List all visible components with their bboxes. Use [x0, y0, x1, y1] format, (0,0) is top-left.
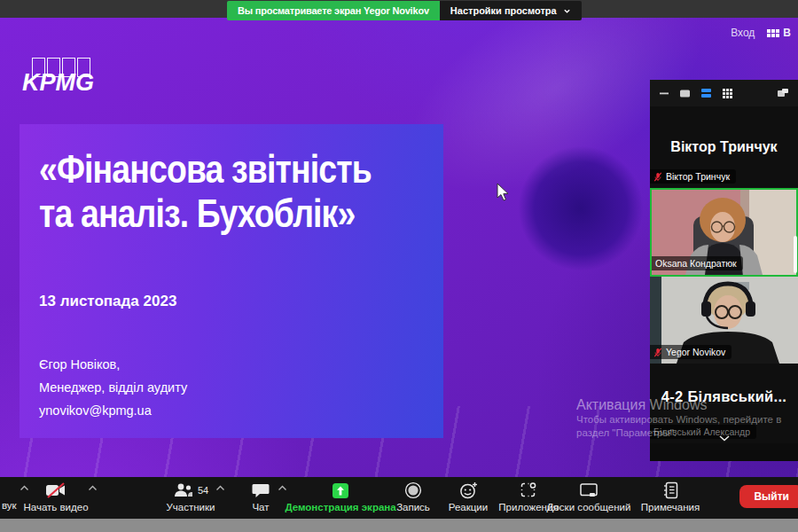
- slide-title-line2: та аналіз. Бухоблік»: [39, 192, 368, 236]
- participant-name-label: Oksana Кондратюк: [652, 256, 743, 270]
- presenter-block: Єгор Новіков, Менеджер, відділ аудиту yn…: [39, 353, 426, 422]
- mic-muted-icon: [653, 348, 662, 357]
- notes-icon: [663, 481, 678, 499]
- gallery-view-icon[interactable]: [722, 88, 733, 99]
- minimize-panel-icon[interactable]: [659, 88, 669, 98]
- presenter-name: Єгор Новіков,: [39, 353, 426, 376]
- notes-button[interactable]: Примечания: [631, 481, 709, 512]
- reactions-button[interactable]: Реакции: [442, 481, 494, 512]
- video-panel-header: [650, 80, 798, 106]
- participant-name-label: Yegor Novikov: [650, 345, 732, 359]
- participants-icon: [173, 482, 194, 498]
- participants-count: 54: [198, 485, 208, 496]
- panel-scrollbar[interactable]: [794, 236, 797, 273]
- strip-view-icon[interactable]: [700, 88, 712, 98]
- record-button[interactable]: Запись: [388, 481, 438, 512]
- login-button[interactable]: Вход: [731, 27, 755, 39]
- start-video-button[interactable]: Начать видео: [16, 481, 96, 512]
- zoom-meeting-window: KPMG «Фінансова звітність та аналіз. Бух…: [0, 0, 798, 532]
- viewing-status-pill: Вы просматриваете экран Yegor Novikov: [227, 1, 440, 20]
- participants-options-caret-icon[interactable]: [215, 485, 225, 491]
- video-options-caret-icon[interactable]: [88, 485, 98, 491]
- share-screen-icon: [331, 482, 350, 499]
- kpmg-logo: KPMG: [22, 58, 94, 97]
- window-bottom-strip: [0, 519, 798, 532]
- view-grid-icon: [767, 29, 779, 37]
- top-right-controls: Вход В: [731, 27, 791, 39]
- whiteboards-button[interactable]: Доски сообщений: [546, 481, 631, 512]
- chevron-down-icon: [563, 7, 571, 15]
- slide-title-line1: «Фінансова звітність: [39, 147, 368, 192]
- reactions-smiley-icon: [459, 481, 478, 499]
- participant-name-label: Білявський Александр: [650, 425, 756, 439]
- share-screen-button[interactable]: Демонстрация экрана: [286, 481, 395, 512]
- video-tile-viktor[interactable]: Віктор Тринчук Віктор Тринчук: [650, 106, 798, 188]
- whiteboard-icon: [579, 482, 598, 499]
- kpmg-logo-text: KPMG: [22, 69, 94, 97]
- meeting-toolbar: вук Начать видео 54: [0, 477, 798, 519]
- mic-muted-icon: [653, 172, 662, 182]
- speaker-view-icon[interactable]: [679, 89, 691, 98]
- leave-meeting-button[interactable]: Выйти: [739, 485, 798, 508]
- screen-share-banner: Вы просматриваете экран Yegor Novikov На…: [227, 1, 582, 20]
- participants-video-panel: Віктор Тринчук Віктор Тринчук: [650, 80, 798, 461]
- video-tile-oksana[interactable]: Oksana Кондратюк: [650, 188, 798, 277]
- video-tile-bilyavskyi[interactable]: 4-2 Білявський... Білявський Александр: [650, 364, 798, 443]
- video-camera-off-icon: [45, 482, 66, 498]
- participant-name-label: Віктор Тринчук: [650, 169, 736, 184]
- collapse-tile-chevron-icon[interactable]: [718, 434, 731, 442]
- view-settings-button[interactable]: Настройки просмотра: [440, 1, 582, 20]
- tile-display-name: 4-2 Білявський...: [650, 388, 798, 405]
- slide-title: «Фінансова звітність та аналіз. Бухоблік…: [39, 147, 426, 236]
- chat-bubble-icon: [252, 482, 270, 498]
- presenter-email: ynovikov@kpmg.ua: [39, 399, 426, 422]
- view-button[interactable]: В: [767, 27, 791, 39]
- video-tile-yegor[interactable]: Yegor Novikov: [650, 277, 798, 364]
- apps-icon: [520, 481, 537, 499]
- popout-panel-icon[interactable]: [777, 88, 789, 98]
- unmute-button-partial[interactable]: вук: [2, 500, 17, 511]
- slide-date: 13 листопада 2023: [39, 293, 426, 310]
- record-icon: [404, 481, 422, 499]
- presenter-role: Менеджер, відділ аудиту: [39, 376, 426, 399]
- slide-title-card: «Фінансова звітність та аналіз. Бухоблік…: [20, 124, 443, 438]
